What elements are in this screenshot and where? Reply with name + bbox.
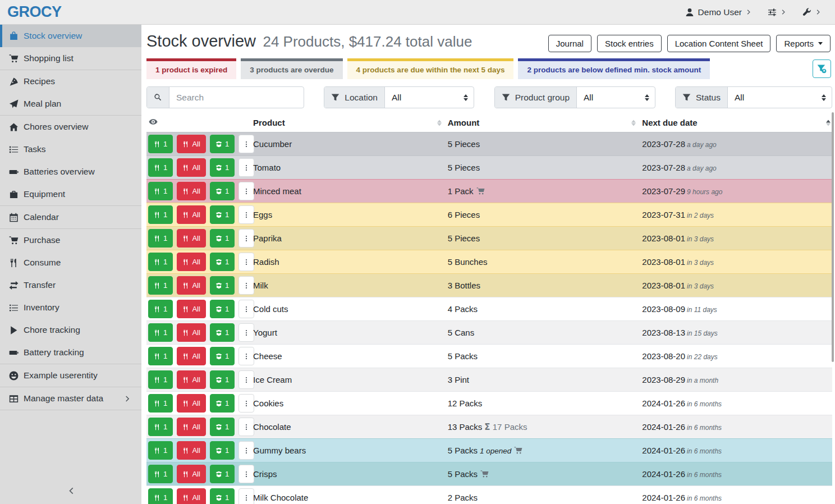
banner-due-soon[interactable]: 4 products are due within the next 5 day… (347, 58, 514, 79)
open-one-button[interactable]: 1 (210, 300, 235, 318)
consume-all-button[interactable]: All (177, 465, 205, 483)
banner-below-min-stock[interactable]: 2 products are below defined min. stock … (518, 58, 710, 79)
open-one-button[interactable]: 1 (210, 205, 235, 224)
open-one-button[interactable]: 1 (210, 229, 235, 248)
open-one-button[interactable]: 1 (210, 135, 235, 153)
consume-one-button[interactable]: 1 (148, 158, 173, 177)
status-select[interactable]: All (728, 87, 832, 108)
consume-one-button[interactable]: 1 (148, 488, 173, 504)
open-one-button[interactable]: 1 (210, 158, 235, 177)
table-row[interactable]: 1 All 1 Cucumber 5 PiecesΣ 2023-07-28a d… (146, 132, 832, 156)
consume-one-button[interactable]: 1 (148, 347, 173, 365)
banner-expired[interactable]: 1 product is expired (146, 58, 236, 79)
consume-all-button[interactable]: All (177, 205, 205, 224)
row-menu-button[interactable] (238, 135, 254, 153)
product-group-select[interactable]: All (577, 87, 655, 108)
user-menu[interactable]: Demo User (685, 7, 752, 17)
search-input[interactable] (169, 87, 282, 108)
sidebar-item-meal-plan[interactable]: Meal plan (0, 93, 141, 115)
sidebar-item-calendar[interactable]: Calendar (0, 206, 141, 228)
sidebar-collapse-button[interactable] (0, 480, 141, 501)
table-row[interactable]: 1 All 1 Cold cuts 4 PacksΣ 2023-08-09in … (146, 297, 832, 321)
open-one-button[interactable]: 1 (210, 276, 235, 295)
open-one-button[interactable]: 1 (210, 182, 235, 200)
row-menu-button[interactable] (238, 182, 254, 200)
stock-entries-button[interactable]: Stock entries (597, 35, 662, 52)
consume-one-button[interactable]: 1 (148, 418, 173, 436)
vertical-scrollbar[interactable] (832, 112, 834, 362)
clear-filter-button[interactable] (813, 59, 831, 78)
table-row[interactable]: 1 All 1 Gummy bears 5 PacksΣ 1 opened 20… (146, 439, 832, 462)
row-menu-button[interactable] (238, 323, 254, 342)
table-row[interactable]: 1 All 1 Cookies 12 PacksΣ 2024-01-26in 6… (146, 392, 832, 415)
table-row[interactable]: 1 All 1 Paprika 5 PiecesΣ 2023-08-01in 3… (146, 227, 832, 250)
row-menu-button[interactable] (238, 253, 254, 271)
row-menu-button[interactable] (238, 441, 254, 460)
sidebar-item-recipes[interactable]: Recipes (0, 70, 141, 93)
sidebar-item-manage-master-data[interactable]: Manage master data (0, 387, 141, 410)
consume-one-button[interactable]: 1 (148, 394, 173, 413)
sidebar-item-consume[interactable]: Consume (0, 251, 141, 274)
journal-button[interactable]: Journal (548, 35, 591, 52)
row-menu-button[interactable] (238, 276, 254, 295)
sidebar-item-transfer[interactable]: Transfer (0, 274, 141, 296)
consume-one-button[interactable]: 1 (148, 300, 173, 318)
admin-menu[interactable] (802, 8, 822, 17)
consume-one-button[interactable]: 1 (148, 323, 173, 342)
consume-all-button[interactable]: All (177, 347, 205, 365)
sidebar-item-tasks[interactable]: Tasks (0, 138, 141, 161)
consume-all-button[interactable]: All (177, 488, 205, 504)
consume-all-button[interactable]: All (177, 418, 205, 436)
table-row[interactable]: 1 All 1 Milk 3 BottlesΣ 2023-08-01in 3 d… (146, 274, 832, 297)
consume-one-button[interactable]: 1 (148, 135, 173, 153)
column-header-amount[interactable]: Amount (443, 113, 638, 132)
consume-one-button[interactable]: 1 (148, 205, 173, 224)
consume-one-button[interactable]: 1 (148, 229, 173, 248)
settings-menu[interactable] (768, 8, 787, 17)
consume-one-button[interactable]: 1 (148, 441, 173, 460)
grocy-logo[interactable]: GROCY (7, 3, 62, 21)
consume-one-button[interactable]: 1 (148, 465, 173, 483)
location-content-sheet-button[interactable]: Location Content Sheet (667, 35, 771, 52)
column-header-product[interactable]: Product (249, 113, 443, 132)
sidebar-item-equipment[interactable]: Equipment (0, 183, 141, 205)
sidebar-item-chores-overview[interactable]: Chores overview (0, 116, 141, 138)
column-header-next-due-date[interactable]: Next due date (637, 113, 832, 132)
consume-all-button[interactable]: All (177, 300, 205, 318)
consume-all-button[interactable]: All (177, 276, 205, 295)
row-menu-button[interactable] (238, 300, 254, 318)
sidebar-item-purchase[interactable]: Purchase (0, 229, 141, 251)
table-row[interactable]: 1 All 1 Minced meat 1 PackΣ 2023-07-299 … (146, 180, 832, 203)
consume-all-button[interactable]: All (177, 253, 205, 271)
sidebar-item-chore-tracking[interactable]: Chore tracking (0, 319, 141, 341)
consume-all-button[interactable]: All (177, 394, 205, 413)
table-row[interactable]: 1 All 1 Yogurt 5 CansΣ 2023-08-13in 15 d… (146, 321, 832, 345)
row-menu-button[interactable] (238, 394, 254, 413)
column-visibility-header[interactable] (146, 113, 249, 132)
open-one-button[interactable]: 1 (210, 488, 235, 504)
table-row[interactable]: 1 All 1 Crisps 5 PacksΣ 2024-01-26in 6 m… (146, 462, 832, 486)
reports-dropdown-button[interactable]: Reports (776, 35, 831, 52)
table-row[interactable]: 1 All 1 Chocolate 13 PacksΣ 17 Packs 202… (146, 415, 832, 439)
table-row[interactable]: 1 All 1 Eggs 6 PiecesΣ 2023-07-31in 2 da… (146, 203, 832, 227)
sidebar-item-batteries-overview[interactable]: Batteries overview (0, 161, 141, 183)
row-menu-button[interactable] (238, 418, 254, 436)
open-one-button[interactable]: 1 (210, 323, 235, 342)
banner-overdue[interactable]: 3 products are overdue (241, 58, 342, 79)
row-menu-button[interactable] (238, 488, 254, 504)
sidebar-item-battery-tracking[interactable]: Battery tracking (0, 341, 141, 364)
consume-all-button[interactable]: All (177, 229, 205, 248)
open-one-button[interactable]: 1 (210, 347, 235, 365)
open-one-button[interactable]: 1 (210, 370, 235, 389)
consume-one-button[interactable]: 1 (148, 182, 173, 200)
row-menu-button[interactable] (238, 370, 254, 389)
row-menu-button[interactable] (238, 158, 254, 177)
row-menu-button[interactable] (238, 465, 254, 483)
consume-all-button[interactable]: All (177, 441, 205, 460)
table-row[interactable]: 1 All 1 Cheese 5 PacksΣ 2023-08-20in 22 … (146, 345, 832, 368)
location-select[interactable]: All (385, 87, 474, 108)
sidebar-item-example-userentity[interactable]: Example userentity (0, 364, 141, 387)
consume-one-button[interactable]: 1 (148, 370, 173, 389)
consume-one-button[interactable]: 1 (148, 276, 173, 295)
consume-one-button[interactable]: 1 (148, 253, 173, 271)
